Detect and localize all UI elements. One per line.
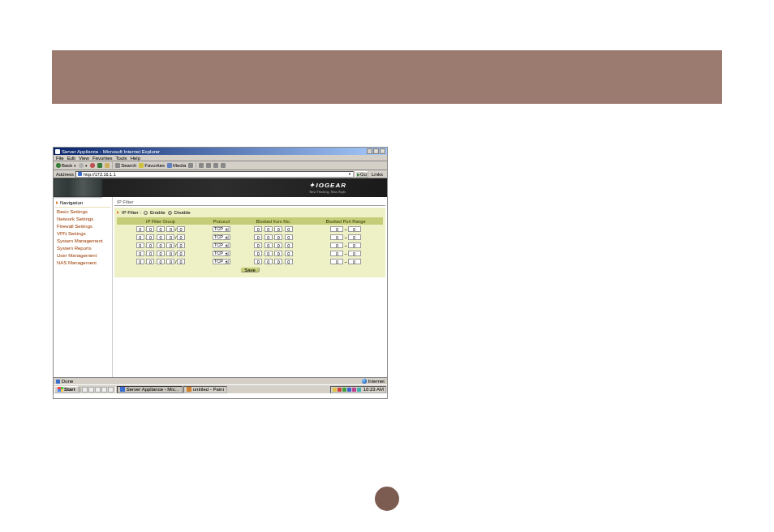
address-input[interactable]: http://172.16.1.1 ▼ [75, 171, 354, 178]
save-button[interactable]: Save [240, 267, 260, 272]
ip-octet[interactable]: 0 [157, 259, 165, 264]
ql-icon-4[interactable] [101, 387, 107, 393]
ip-octet[interactable]: 0 [166, 259, 174, 264]
links-button[interactable]: Links [370, 172, 385, 177]
from-octet[interactable]: 0 [254, 234, 262, 240]
port-from[interactable]: 0 [330, 226, 343, 232]
back-button[interactable]: Back▼ [56, 163, 76, 168]
port-to[interactable]: 0 [348, 234, 361, 240]
nav-user-management[interactable]: User Management [55, 251, 110, 259]
ip-octet[interactable]: 0 [157, 226, 165, 232]
disable-radio[interactable] [168, 211, 172, 215]
discuss-icon[interactable] [221, 163, 226, 168]
maximize-button[interactable]: □ [373, 148, 379, 154]
from-octet[interactable]: 0 [274, 234, 282, 240]
nav-system-management[interactable]: System Management [55, 237, 110, 244]
tray-icon-4[interactable] [347, 388, 351, 392]
port-to[interactable]: 0 [348, 242, 361, 248]
ip-octet[interactable]: 0 [157, 234, 165, 240]
protocol-select[interactable]: TCP▾ [213, 226, 230, 232]
from-octet[interactable]: 0 [264, 234, 273, 240]
port-to[interactable]: 0 [348, 226, 361, 232]
from-octet[interactable]: 0 [285, 234, 293, 240]
port-to[interactable]: 0 [348, 251, 361, 256]
menu-favorites[interactable]: Favorites [92, 156, 113, 161]
tray-icon-1[interactable] [333, 388, 337, 392]
ip-octet[interactable]: 0 [166, 226, 174, 232]
from-octet[interactable]: 0 [274, 259, 282, 264]
ip-mask[interactable]: 0 [177, 234, 185, 240]
ql-icon-1[interactable] [82, 387, 88, 393]
port-to[interactable]: 0 [348, 259, 361, 264]
search-button[interactable]: Search [115, 163, 136, 168]
from-octet[interactable]: 0 [264, 242, 273, 248]
from-octet[interactable]: 0 [254, 259, 262, 264]
menu-view[interactable]: View [79, 156, 89, 161]
from-octet[interactable]: 0 [254, 226, 262, 232]
chevron-down-icon[interactable]: ▼ [348, 172, 351, 176]
history-icon[interactable] [188, 163, 193, 168]
edit-icon[interactable] [213, 163, 218, 168]
menu-file[interactable]: File [56, 156, 64, 161]
port-from[interactable]: 0 [330, 234, 343, 240]
nav-nas-management[interactable]: NAS Management [55, 259, 110, 266]
refresh-icon[interactable] [97, 163, 102, 168]
ip-octet[interactable]: 0 [157, 251, 165, 256]
nav-system-reports[interactable]: System Reports [55, 244, 110, 251]
from-octet[interactable]: 0 [274, 242, 282, 248]
ip-octet[interactable]: 0 [166, 251, 174, 256]
from-octet[interactable]: 0 [274, 226, 282, 232]
from-octet[interactable]: 0 [264, 226, 273, 232]
ql-icon-2[interactable] [88, 387, 94, 393]
forward-button[interactable]: ▼ [79, 163, 88, 168]
from-octet[interactable]: 0 [285, 242, 293, 248]
ip-octet[interactable]: 0 [136, 242, 144, 248]
go-button[interactable]: ▶Go [355, 171, 368, 178]
protocol-select[interactable]: TCP▾ [213, 242, 230, 248]
ql-icon-3[interactable] [95, 387, 101, 393]
from-octet[interactable]: 0 [264, 259, 273, 264]
print-icon[interactable] [206, 163, 211, 168]
tray-icon-3[interactable] [342, 388, 346, 392]
nav-basic-settings[interactable]: Basic Settings [55, 208, 110, 215]
nav-vpn-settings[interactable]: VPN Settings [55, 230, 110, 237]
ip-octet[interactable]: 0 [166, 242, 174, 248]
ip-mask[interactable]: 0 [177, 251, 185, 256]
port-from[interactable]: 0 [330, 242, 343, 248]
from-octet[interactable]: 0 [254, 242, 262, 248]
stop-icon[interactable] [90, 163, 95, 168]
minimize-button[interactable]: _ [367, 148, 372, 154]
port-from[interactable]: 0 [330, 259, 343, 264]
ip-octet[interactable]: 0 [146, 242, 154, 248]
from-octet[interactable]: 0 [285, 259, 293, 264]
from-octet[interactable]: 0 [264, 251, 273, 256]
mail-icon[interactable] [199, 163, 204, 168]
ip-octet[interactable]: 0 [136, 259, 144, 264]
ip-octet[interactable]: 0 [166, 234, 174, 240]
ip-octet[interactable]: 0 [146, 234, 154, 240]
ip-mask[interactable]: 0 [177, 242, 185, 248]
ip-octet[interactable]: 0 [136, 234, 144, 240]
ip-octet[interactable]: 0 [136, 226, 144, 232]
menu-tools[interactable]: Tools [116, 156, 127, 161]
close-button[interactable]: × [380, 148, 385, 154]
from-octet[interactable]: 0 [274, 251, 282, 256]
task-ie[interactable]: Server Appliance - Mic... [117, 386, 183, 393]
ip-octet[interactable]: 0 [146, 251, 154, 256]
ip-octet[interactable]: 0 [136, 251, 144, 256]
nav-network-settings[interactable]: Network Settings [55, 215, 110, 222]
protocol-select[interactable]: TCP▾ [213, 259, 230, 264]
favorites-button[interactable]: Favorites [139, 163, 165, 168]
ip-octet[interactable]: 0 [157, 242, 165, 248]
ip-mask[interactable]: 0 [177, 226, 185, 232]
tray-icon-6[interactable] [357, 388, 361, 392]
nav-firewall-settings[interactable]: Firewall Settings [55, 222, 110, 230]
ip-octet[interactable]: 0 [146, 226, 154, 232]
from-octet[interactable]: 0 [285, 226, 293, 232]
home-icon[interactable] [105, 163, 110, 168]
tray-icon-2[interactable] [338, 388, 342, 392]
menu-edit[interactable]: Edit [67, 156, 75, 161]
protocol-select[interactable]: TCP▾ [213, 251, 230, 256]
tray-icon-5[interactable] [352, 388, 356, 392]
from-octet[interactable]: 0 [285, 251, 293, 256]
